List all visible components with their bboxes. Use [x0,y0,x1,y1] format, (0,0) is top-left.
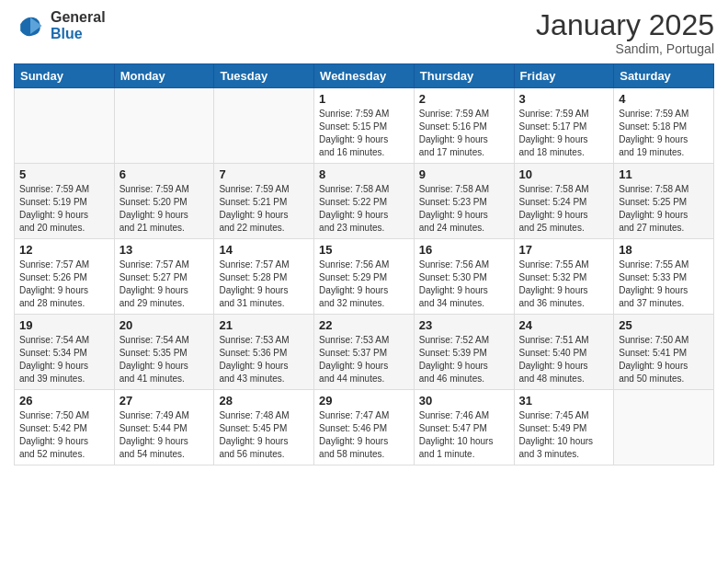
calendar-cell: 26Sunrise: 7:50 AM Sunset: 5:42 PM Dayli… [15,390,115,465]
day-info: Sunrise: 7:49 AM Sunset: 5:44 PM Dayligh… [119,409,210,461]
calendar-cell: 27Sunrise: 7:49 AM Sunset: 5:44 PM Dayli… [114,390,214,465]
day-info: Sunrise: 7:56 AM Sunset: 5:29 PM Dayligh… [319,259,409,310]
calendar-body: 1Sunrise: 7:59 AM Sunset: 5:15 PM Daylig… [15,88,714,465]
calendar-cell: 14Sunrise: 7:57 AM Sunset: 5:28 PM Dayli… [214,239,314,315]
day-number: 4 [619,92,709,106]
day-number: 26 [19,394,109,408]
day-info: Sunrise: 7:51 AM Sunset: 5:40 PM Dayligh… [519,334,609,385]
day-number: 2 [419,92,509,106]
calendar-cell: 8Sunrise: 7:58 AM Sunset: 5:22 PM Daylig… [314,164,415,239]
calendar-cell: 21Sunrise: 7:53 AM Sunset: 5:36 PM Dayli… [214,315,314,390]
calendar-cell: 22Sunrise: 7:53 AM Sunset: 5:37 PM Dayli… [314,315,415,390]
day-number: 19 [19,318,109,332]
logo: General Blue [14,9,106,42]
day-info: Sunrise: 7:59 AM Sunset: 5:16 PM Dayligh… [419,108,509,159]
calendar-cell: 23Sunrise: 7:52 AM Sunset: 5:39 PM Dayli… [414,315,514,390]
calendar-cell: 10Sunrise: 7:58 AM Sunset: 5:24 PM Dayli… [514,164,614,239]
title-block: January 2025 Sandim, Portugal [536,9,714,56]
day-number: 18 [619,243,709,257]
day-info: Sunrise: 7:58 AM Sunset: 5:24 PM Dayligh… [519,183,609,235]
day-info: Sunrise: 7:58 AM Sunset: 5:22 PM Dayligh… [319,183,409,235]
calendar-cell: 1Sunrise: 7:59 AM Sunset: 5:15 PM Daylig… [314,88,415,164]
day-info: Sunrise: 7:55 AM Sunset: 5:33 PM Dayligh… [619,259,709,310]
calendar: SundayMondayTuesdayWednesdayThursdayFrid… [14,63,714,465]
weekday-header: Friday [514,64,614,88]
calendar-header: SundayMondayTuesdayWednesdayThursdayFrid… [15,64,714,88]
day-info: Sunrise: 7:57 AM Sunset: 5:26 PM Dayligh… [19,259,109,310]
calendar-week: 5Sunrise: 7:59 AM Sunset: 5:19 PM Daylig… [15,164,714,239]
calendar-week: 1Sunrise: 7:59 AM Sunset: 5:15 PM Daylig… [15,88,714,164]
calendar-week: 26Sunrise: 7:50 AM Sunset: 5:42 PM Dayli… [15,390,714,465]
day-info: Sunrise: 7:59 AM Sunset: 5:18 PM Dayligh… [619,108,709,159]
weekday-header: Sunday [15,64,115,88]
calendar-cell: 5Sunrise: 7:59 AM Sunset: 5:19 PM Daylig… [15,164,115,239]
weekday-header: Thursday [414,64,514,88]
logo-blue: Blue [51,26,106,42]
day-number: 22 [319,318,409,332]
day-number: 6 [119,167,210,181]
day-info: Sunrise: 7:59 AM Sunset: 5:19 PM Dayligh… [19,183,109,235]
calendar-cell [614,390,714,465]
calendar-cell: 24Sunrise: 7:51 AM Sunset: 5:40 PM Dayli… [514,315,614,390]
day-info: Sunrise: 7:58 AM Sunset: 5:23 PM Dayligh… [419,183,509,235]
weekday-header: Monday [114,64,214,88]
day-number: 14 [219,243,309,257]
day-number: 11 [619,167,709,181]
day-info: Sunrise: 7:55 AM Sunset: 5:32 PM Dayligh… [519,259,609,310]
calendar-cell: 11Sunrise: 7:58 AM Sunset: 5:25 PM Dayli… [614,164,714,239]
day-number: 5 [19,167,109,181]
day-info: Sunrise: 7:53 AM Sunset: 5:37 PM Dayligh… [319,334,409,385]
day-info: Sunrise: 7:58 AM Sunset: 5:25 PM Dayligh… [619,183,709,235]
calendar-cell: 12Sunrise: 7:57 AM Sunset: 5:26 PM Dayli… [15,239,115,315]
day-number: 24 [519,318,609,332]
day-number: 13 [119,243,210,257]
day-number: 27 [119,394,210,408]
day-number: 7 [219,167,309,181]
day-number: 8 [319,167,409,181]
calendar-cell: 9Sunrise: 7:58 AM Sunset: 5:23 PM Daylig… [414,164,514,239]
day-number: 21 [219,318,309,332]
day-info: Sunrise: 7:52 AM Sunset: 5:39 PM Dayligh… [419,334,509,385]
calendar-cell [214,88,314,164]
day-info: Sunrise: 7:57 AM Sunset: 5:27 PM Dayligh… [119,259,210,310]
calendar-cell: 29Sunrise: 7:47 AM Sunset: 5:46 PM Dayli… [314,390,415,465]
calendar-cell [114,88,214,164]
weekday-header: Tuesday [214,64,314,88]
day-info: Sunrise: 7:50 AM Sunset: 5:41 PM Dayligh… [619,334,709,385]
day-number: 1 [319,92,409,106]
calendar-cell: 7Sunrise: 7:59 AM Sunset: 5:21 PM Daylig… [214,164,314,239]
calendar-cell: 17Sunrise: 7:55 AM Sunset: 5:32 PM Dayli… [514,239,614,315]
location-subtitle: Sandim, Portugal [536,41,714,56]
calendar-cell: 6Sunrise: 7:59 AM Sunset: 5:20 PM Daylig… [114,164,214,239]
calendar-cell: 31Sunrise: 7:45 AM Sunset: 5:49 PM Dayli… [514,390,614,465]
day-info: Sunrise: 7:59 AM Sunset: 5:15 PM Dayligh… [319,108,409,159]
day-info: Sunrise: 7:50 AM Sunset: 5:42 PM Dayligh… [19,409,109,461]
page: General Blue January 2025 Sandim, Portug… [0,0,728,563]
day-info: Sunrise: 7:46 AM Sunset: 5:47 PM Dayligh… [419,409,509,461]
day-number: 25 [619,318,709,332]
calendar-cell: 30Sunrise: 7:46 AM Sunset: 5:47 PM Dayli… [414,390,514,465]
day-number: 29 [319,394,409,408]
calendar-cell: 16Sunrise: 7:56 AM Sunset: 5:30 PM Dayli… [414,239,514,315]
day-number: 9 [419,167,509,181]
day-number: 31 [519,394,609,408]
header: General Blue January 2025 Sandim, Portug… [14,9,714,56]
logo-text: General Blue [51,9,106,41]
logo-icon [14,9,47,42]
calendar-week: 19Sunrise: 7:54 AM Sunset: 5:34 PM Dayli… [15,315,714,390]
weekday-row: SundayMondayTuesdayWednesdayThursdayFrid… [15,64,714,88]
day-info: Sunrise: 7:53 AM Sunset: 5:36 PM Dayligh… [219,334,309,385]
calendar-cell: 4Sunrise: 7:59 AM Sunset: 5:18 PM Daylig… [614,88,714,164]
calendar-cell: 15Sunrise: 7:56 AM Sunset: 5:29 PM Dayli… [314,239,415,315]
day-number: 20 [119,318,210,332]
weekday-header: Saturday [614,64,714,88]
calendar-cell: 19Sunrise: 7:54 AM Sunset: 5:34 PM Dayli… [15,315,115,390]
calendar-week: 12Sunrise: 7:57 AM Sunset: 5:26 PM Dayli… [15,239,714,315]
day-number: 23 [419,318,509,332]
calendar-cell: 28Sunrise: 7:48 AM Sunset: 5:45 PM Dayli… [214,390,314,465]
day-number: 28 [219,394,309,408]
day-number: 10 [519,167,609,181]
day-info: Sunrise: 7:57 AM Sunset: 5:28 PM Dayligh… [219,259,309,310]
weekday-header: Wednesday [314,64,415,88]
calendar-cell: 20Sunrise: 7:54 AM Sunset: 5:35 PM Dayli… [114,315,214,390]
